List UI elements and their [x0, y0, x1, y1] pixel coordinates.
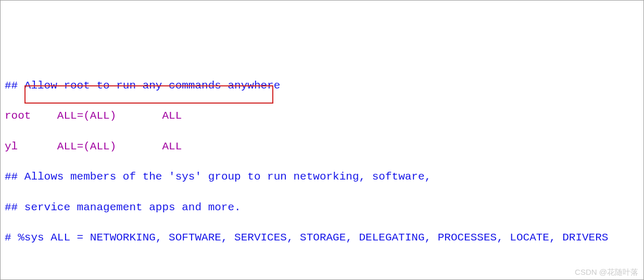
sudo-spec: ALL=(ALL) ALL: [18, 141, 182, 152]
sudo-user-root: root: [5, 110, 31, 122]
comment-text: # %sys ALL = NETWORKING, SOFTWARE, SERVI…: [5, 232, 608, 244]
comment-text: group to run networking, software,: [201, 171, 431, 183]
watermark-text: CSDN @花随叶落: [575, 266, 638, 277]
comment-text: ## Allows members of the: [5, 171, 169, 183]
comment-text: ## Allow root to run any commands anywhe…: [5, 80, 280, 92]
comment-text: 'sys': [169, 171, 201, 183]
sudo-spec: ALL=(ALL) ALL: [31, 110, 182, 122]
blank-line: [5, 260, 639, 275]
sudo-user-yl: yl: [5, 141, 18, 152]
comment-text: ## service management apps and more.: [5, 201, 241, 213]
editor-area[interactable]: ## Allow root to run any commands anywhe…: [5, 63, 639, 280]
